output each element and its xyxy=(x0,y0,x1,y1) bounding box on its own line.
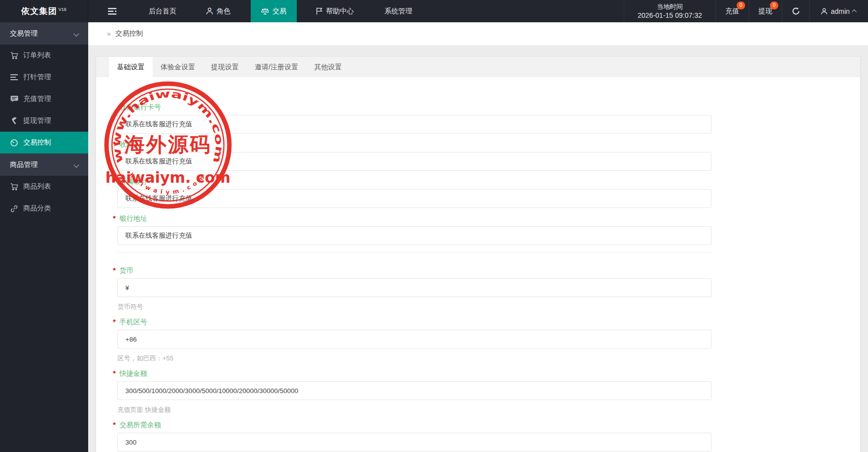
field-label: 收款人 xyxy=(119,140,140,148)
field-payee: * 收款人 xyxy=(117,140,860,171)
payee-input[interactable] xyxy=(117,152,711,171)
recharge-button[interactable]: 充值 0 xyxy=(715,0,749,22)
sidebar-item-needle-management[interactable]: 打针管理 xyxy=(0,66,88,88)
flag-icon xyxy=(316,7,323,15)
nav-item-roles[interactable]: 角色 xyxy=(196,0,241,22)
bank-address-input[interactable] xyxy=(117,226,711,245)
nav-item-label: 角色 xyxy=(217,7,230,16)
hamburger-icon xyxy=(108,8,116,15)
nav-item-system[interactable]: 系统管理 xyxy=(374,0,423,22)
link-icon xyxy=(10,205,18,212)
tab-other-settings[interactable]: 其他设置 xyxy=(306,57,350,76)
field-label: 收款银行卡号 xyxy=(119,103,161,111)
sidebar-group-trade-management[interactable]: 交易管理 xyxy=(0,22,88,45)
required-mark: * xyxy=(113,420,117,429)
field-label: 手机区号 xyxy=(119,318,147,326)
field-label: 货币 xyxy=(119,266,133,274)
cart-icon xyxy=(10,52,18,59)
user-icon xyxy=(821,8,827,15)
chevron-down-icon xyxy=(73,162,79,167)
sidebar-item-order-list[interactable]: 订单列表 xyxy=(0,45,88,66)
board-icon xyxy=(10,96,18,102)
field-label: 所属银行 xyxy=(119,177,147,185)
phone-area-code-input[interactable] xyxy=(117,330,711,349)
settings-tabs: 基础设置 体验金设置 提现设置 邀请/注册设置 其他设置 xyxy=(96,57,860,77)
nav-item-help-center[interactable]: 帮助中心 xyxy=(306,0,364,22)
sidebar-collapse-button[interactable] xyxy=(95,0,129,22)
chevron-down-icon xyxy=(73,31,79,36)
required-mark: * xyxy=(113,177,117,186)
sidebar-item-label: 打针管理 xyxy=(23,73,51,82)
field-quick-amounts: * 快捷金额 充值页面 快捷金额 xyxy=(117,369,860,414)
field-bank-name: * 所属银行 xyxy=(117,177,860,208)
scales-icon xyxy=(261,7,269,15)
list-icon xyxy=(10,74,18,80)
nav-item-label: 帮助中心 xyxy=(326,7,354,16)
field-label: 快捷金额 xyxy=(119,369,147,377)
tab-basic-settings[interactable]: 基础设置 xyxy=(109,57,153,76)
refresh-button[interactable] xyxy=(782,0,809,22)
refresh-icon xyxy=(792,7,800,15)
sidebar-group-label: 商品管理 xyxy=(10,160,74,169)
tab-trial-fund-settings[interactable]: 体验金设置 xyxy=(153,57,203,76)
field-bank-card-number: 收款银行卡号 xyxy=(117,102,860,134)
sidebar-item-product-list[interactable]: 商品列表 xyxy=(0,176,88,198)
breadcrumb-current: 交易控制 xyxy=(115,29,143,38)
quick-amounts-input[interactable] xyxy=(117,381,711,400)
required-mark: * xyxy=(113,317,117,326)
recharge-label: 充值 xyxy=(725,7,739,16)
nav-item-label: 交易 xyxy=(272,7,286,16)
field-label: 银行地址 xyxy=(119,214,147,222)
settings-card: 基础设置 体验金设置 提现设置 邀请/注册设置 其他设置 收款银行卡号 * 收款… xyxy=(96,57,860,452)
basic-settings-form: 收款银行卡号 * 收款人 * 所属银行 * xyxy=(96,77,860,452)
required-mark: * xyxy=(113,369,117,378)
tab-withdraw-settings[interactable]: 提现设置 xyxy=(203,57,247,76)
required-mark: * xyxy=(113,214,117,223)
sidebar-item-label: 商品分类 xyxy=(23,204,51,213)
nav-item-label: 后台首页 xyxy=(149,7,176,16)
nav-item-label: 系统管理 xyxy=(384,7,412,16)
cart-icon xyxy=(10,183,18,191)
app-title: 依文集团 xyxy=(21,5,57,17)
withdraw-badge: 0 xyxy=(770,1,778,9)
sidebar-item-withdraw-management[interactable]: 提现管理 xyxy=(0,110,88,132)
field-phone-area-code: * 手机区号 区号，如巴西：+55 xyxy=(117,317,860,363)
sidebar-item-label: 商品列表 xyxy=(23,182,51,191)
field-help-text: 货币符号 xyxy=(117,302,860,311)
local-time-value: 2026-01-15 09:07:32 xyxy=(638,11,702,20)
sidebar-item-product-category[interactable]: 商品分类 xyxy=(0,198,88,219)
field-bank-address: * 银行地址 xyxy=(117,214,860,245)
breadcrumb: » 交易控制 xyxy=(88,22,868,46)
sidebar-item-trade-control[interactable]: 交易控制 xyxy=(0,132,88,153)
sidebar: 交易管理 订单列表 打针管理 xyxy=(0,22,88,452)
user-icon xyxy=(206,7,213,15)
main-content: » 交易控制 基础设置 体验金设置 提现设置 邀请/注册设置 其他设置 收款银行… xyxy=(88,22,868,452)
nav-item-dashboard[interactable]: 后台首页 xyxy=(138,0,187,22)
sidebar-item-label: 交易控制 xyxy=(23,138,51,147)
sidebar-group-product-management[interactable]: 商品管理 xyxy=(0,153,88,176)
bank-name-input[interactable] xyxy=(117,189,711,208)
topbar: 依文集团 V16 后台首页 角色 xyxy=(0,0,868,22)
sidebar-item-recharge-management[interactable]: 充值管理 xyxy=(0,88,88,110)
field-help-text: 区号，如巴西：+55 xyxy=(117,354,860,363)
field-currency: * 货币 货币符号 xyxy=(117,266,860,311)
bank-card-number-input[interactable] xyxy=(117,115,711,134)
local-time-label: 当地时间 xyxy=(657,2,683,11)
app-version: V16 xyxy=(58,7,66,12)
withdraw-button[interactable]: 提现 0 xyxy=(749,0,782,22)
user-name: admin xyxy=(831,7,850,15)
nav-item-trade[interactable]: 交易 xyxy=(251,0,297,22)
form-divider xyxy=(117,252,711,252)
sidebar-item-label: 充值管理 xyxy=(23,95,51,103)
topbar-right: 当地时间 2026-01-15 09:07:32 充值 0 提现 0 xyxy=(624,0,868,22)
chevron-up-icon xyxy=(852,9,857,14)
field-required-balance: * 交易所需余额 xyxy=(117,420,860,452)
user-menu[interactable]: admin xyxy=(809,0,868,22)
required-balance-input[interactable] xyxy=(117,433,711,452)
tab-invite-register-settings[interactable]: 邀请/注册设置 xyxy=(247,57,306,76)
currency-input[interactable] xyxy=(117,278,711,297)
sidebar-group-label: 交易管理 xyxy=(10,29,74,38)
required-mark: * xyxy=(113,140,117,149)
sidebar-item-label: 提现管理 xyxy=(23,116,51,125)
local-time: 当地时间 2026-01-15 09:07:32 xyxy=(624,0,715,22)
